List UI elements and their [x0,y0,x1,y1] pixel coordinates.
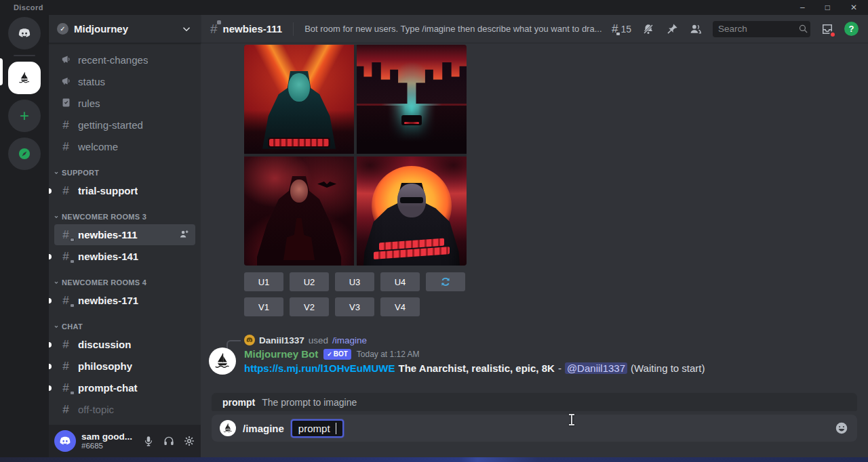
server-rail: + [0,15,49,457]
command-bot-avatar [220,420,236,436]
channel-type-icon: # [60,404,72,415]
sidebar-channel-status[interactable]: status [54,71,195,92]
channel-type-icon [60,75,72,89]
art-shape [288,73,310,102]
explore-servers-button[interactable] [8,138,41,170]
interaction-username[interactable]: Daniil1337 [259,335,304,345]
sidebar-channel-welcome[interactable]: # welcome [54,136,195,157]
server-button-midjourney[interactable] [8,62,41,94]
sidebar-channel-discussion[interactable]: # discussion [54,334,195,355]
rail-divider [14,55,35,56]
message-link[interactable]: https://s.mj.run/l1OHvEuMUWE [244,362,395,374]
user-info[interactable]: sam good... #6685 [81,432,132,451]
channel-type-icon [60,54,72,67]
variation-button-v2[interactable]: V2 [290,297,329,316]
user-panel: sam good... #6685 [49,425,201,457]
channel-type-icon: # [60,382,72,394]
taskbar-strip [0,457,868,462]
discord-logo-icon [17,26,32,41]
member-list-icon[interactable] [689,22,703,36]
sidebar-channel-philosophy[interactable]: # philosophy [54,356,195,377]
maximize-icon[interactable]: □ [825,0,830,15]
home-button[interactable] [8,17,41,49]
upscale-button-u3[interactable]: U3 [335,272,374,291]
option-description: The prompt to imagine [262,397,357,408]
generated-image-grid[interactable] [244,45,467,266]
art-shape [357,106,467,154]
art-shape [357,62,408,104]
upscale-button-u2[interactable]: U2 [290,272,329,291]
sidebar-channel-newbies-111[interactable]: # newbies-111 [54,224,195,245]
variation-button-v4[interactable]: V4 [380,297,420,316]
sidebar-channel-prompt-chat[interactable]: # prompt-chat [54,377,195,398]
channel-section-header[interactable]: Support [49,158,201,180]
avatar[interactable] [54,430,76,452]
discord-window: { "window": { "title": "Discord", "minim… [0,0,868,462]
interaction-line: Daniil1337 used /imagine [244,335,367,345]
channel-section-header[interactable]: Newcomer Rooms 4 [49,268,201,289]
user-mention[interactable]: @Daniil1337 [565,362,627,374]
avatar[interactable] [244,335,255,345]
channel-type-icon: # [60,141,72,152]
selected-server-pill [0,58,3,85]
chevron-down-icon [53,323,60,330]
generated-image-1[interactable] [244,45,354,154]
generated-image-3[interactable] [244,156,354,266]
channel-section-header[interactable]: Chat [49,312,201,333]
generated-image-2[interactable] [357,45,467,154]
channel-topic[interactable]: Bot room for new users. Type /imagine th… [304,24,601,34]
sidebar-channel-recent-changes[interactable]: recent-changes [54,49,195,70]
create-invite-icon[interactable] [178,228,190,242]
notifications-muted-icon[interactable] [642,22,655,36]
message-separator: - [558,362,561,374]
prompt-option-value: prompt [298,423,330,434]
command-option-hint: prompt The prompt to imagine [212,393,857,411]
channel-section-header[interactable]: Newcomer Rooms 3 [49,202,201,224]
compass-icon [17,146,32,161]
sailboat-icon [17,70,32,85]
upscale-button-u4[interactable]: U4 [380,272,420,291]
sidebar-channel-newbies-171[interactable]: # newbies-171 [54,290,195,311]
inbox-button[interactable] [821,22,834,36]
generated-image-4[interactable] [357,156,467,266]
main-panel: # newbies-111 Bot room for new users. Ty… [201,15,868,457]
message-composer[interactable]: /imagine prompt [212,415,857,442]
sidebar-channel-off-topic[interactable]: # off-topic [54,399,195,420]
prompt-option-input[interactable]: prompt [291,419,344,438]
user-discriminator: #6685 [81,442,132,450]
minimize-icon[interactable]: – [800,0,805,15]
pinned-messages-icon[interactable] [665,22,679,36]
sidebar-channel-trial-support[interactable]: # trial-support [54,180,195,201]
variation-button-v1[interactable]: V1 [244,297,283,316]
art-shape [317,182,336,188]
sidebar-channel-rules[interactable]: rules [54,93,195,114]
mic-icon[interactable] [142,435,155,447]
chevron-down-icon [180,23,193,35]
thread-count: 15 [620,24,631,35]
header-divider [293,22,294,36]
sidebar-channel-newbies-141[interactable]: # newbies-141 [54,246,195,267]
variation-row: V1V2V3V4 [244,297,420,316]
search-icon [797,23,809,35]
upscale-button-u1[interactable]: U1 [244,272,283,291]
help-button[interactable]: ? [844,22,859,36]
option-name: prompt [222,397,255,408]
server-header-dropdown[interactable]: ✓ Midjourney [49,15,201,43]
channel-header: # newbies-111 Bot room for new users. Ty… [201,15,868,43]
command-name: /imagine [243,423,284,434]
sidebar-channel-getting-started[interactable]: # getting-started [54,114,195,135]
close-icon[interactable]: ✕ [850,0,857,15]
settings-gear-icon[interactable] [183,435,195,447]
search-input[interactable] [718,24,797,34]
emoji-picker-icon[interactable] [834,421,849,436]
interaction-command[interactable]: /imagine [332,335,367,345]
headphones-icon[interactable] [163,435,175,447]
variation-button-v3[interactable]: V3 [335,297,374,316]
bot-author-name[interactable]: Midjourney Bot [244,348,318,360]
reroll-button[interactable] [426,272,465,291]
add-server-button[interactable]: + [8,100,41,132]
chevron-down-icon [53,279,60,286]
avatar[interactable] [209,348,236,375]
reroll-icon [439,276,452,288]
threads-button[interactable]: # 15 [612,23,631,35]
